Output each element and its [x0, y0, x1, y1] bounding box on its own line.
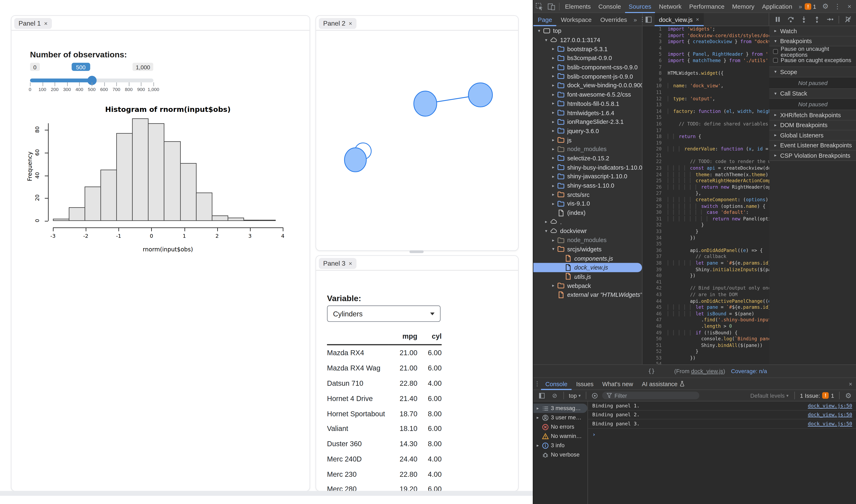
- tree-item-bootstrap-5-3-1[interactable]: ▸bootstrap-5.3.1: [534, 44, 642, 53]
- line-number[interactable]: 5: [643, 51, 668, 58]
- expander-right-icon[interactable]: ▸: [551, 65, 556, 70]
- expander-right-icon[interactable]: ▸: [536, 406, 540, 411]
- tree-item--index-[interactable]: (index): [534, 208, 642, 217]
- tab-performance[interactable]: Performance: [685, 0, 728, 13]
- more-nav-tabs-icon[interactable]: »: [631, 14, 639, 25]
- issues-counter[interactable]: 1 Issue: ! 1: [798, 392, 836, 399]
- line-number[interactable]: 50: [643, 336, 668, 342]
- tree-item--[interactable]: ▸.: [534, 217, 642, 227]
- tab-sources[interactable]: Sources: [625, 0, 655, 13]
- sidebar-section-xhr-fetch-breakpoints[interactable]: ▸XHR/fetch Breakpoints: [769, 110, 856, 120]
- expander-right-icon[interactable]: ▸: [773, 123, 778, 128]
- line-number[interactable]: 32: [643, 222, 668, 229]
- line-number[interactable]: 30: [643, 210, 668, 216]
- tab-elements[interactable]: Elements: [561, 0, 594, 13]
- close-drawer-icon[interactable]: ×: [845, 378, 856, 390]
- drawer-tab-ai-assistance[interactable]: AI assistance: [637, 378, 689, 390]
- line-number[interactable]: 15: [643, 115, 668, 121]
- sidebar-section-watch[interactable]: ▸Watch: [769, 26, 856, 36]
- sidebar-section-global-listeners[interactable]: ▸Global Listeners: [769, 130, 856, 141]
- issues-badge-icon[interactable]: !: [805, 3, 811, 10]
- tree-item-dockviewr[interactable]: ▾dockviewr: [534, 227, 642, 235]
- line-number[interactable]: 34: [643, 235, 668, 241]
- tree-item-utils-js[interactable]: utils.js: [534, 272, 642, 281]
- step-into-icon[interactable]: [798, 14, 809, 25]
- line-number[interactable]: 45: [643, 304, 668, 311]
- expander-right-icon[interactable]: ▸: [544, 219, 548, 224]
- expander-right-icon[interactable]: ▸: [773, 112, 778, 118]
- network-graph[interactable]: [316, 31, 519, 251]
- line-number[interactable]: 38: [643, 260, 668, 267]
- line-number[interactable]: 33: [643, 229, 668, 235]
- editor-tab-close-icon[interactable]: ×: [696, 16, 699, 22]
- line-number[interactable]: 10: [643, 83, 668, 90]
- source-location-link[interactable]: dock_view.js:50: [808, 412, 852, 417]
- tree-item-dock-view-js[interactable]: dock_view.js: [534, 263, 642, 272]
- expander-right-icon[interactable]: ▸: [551, 146, 556, 151]
- line-number[interactable]: 21: [643, 153, 668, 159]
- line-number[interactable]: 7: [643, 64, 668, 71]
- source-location-link[interactable]: dock_view.js:50: [808, 421, 852, 427]
- expander-right-icon[interactable]: ▸: [536, 443, 540, 448]
- tree-item-bslib-component-css-0-9-0[interactable]: ▸bslib-component-css-0.9.0: [534, 62, 642, 72]
- coverage-link[interactable]: Coverage: n/a: [731, 367, 767, 374]
- panel-2-tab[interactable]: Panel 2 ×: [319, 18, 356, 29]
- tree-item-srcts-src[interactable]: ▸srcts/src: [534, 190, 642, 199]
- panel-1-close-icon[interactable]: ×: [44, 20, 48, 27]
- context-selector[interactable]: top▾: [566, 392, 583, 399]
- tab-application[interactable]: Application: [758, 0, 796, 13]
- expander-down-icon[interactable]: ▾: [544, 229, 548, 233]
- step-over-icon[interactable]: [785, 14, 797, 25]
- line-number[interactable]: 47: [643, 317, 668, 323]
- line-number[interactable]: 20: [643, 146, 668, 153]
- tree-item-bs3compat-0-9-0[interactable]: ▸bs3compat-0.9.0: [534, 53, 642, 62]
- line-number[interactable]: 16: [643, 121, 668, 127]
- expander-down-icon[interactable]: ▾: [551, 247, 556, 252]
- expander-right-icon[interactable]: ▸: [551, 74, 556, 79]
- line-number[interactable]: 23: [643, 165, 668, 172]
- tree-item-127-0-0-1-3174[interactable]: ▾127.0.0.1:3174: [534, 35, 642, 44]
- console-sidebar-toggle-icon[interactable]: [536, 390, 547, 401]
- expander-right-icon[interactable]: ▸: [551, 119, 556, 124]
- code-editor[interactable]: 1import 'widgets';2import 'dockview-core…: [643, 26, 769, 364]
- expander-right-icon[interactable]: ▸: [773, 153, 778, 158]
- panel-3-close-icon[interactable]: ×: [349, 260, 352, 267]
- expander-right-icon[interactable]: ▸: [551, 201, 556, 206]
- drawer-overflow-icon[interactable]: ⋮: [534, 378, 541, 390]
- clear-console-icon[interactable]: ⊘: [548, 390, 561, 401]
- source-location-link[interactable]: dock_view.js:50: [808, 403, 852, 408]
- line-number[interactable]: 27: [643, 191, 668, 197]
- tree-item-selectize-0-15-2[interactable]: ▸selectize-0.15.2: [534, 154, 642, 163]
- expander-down-icon[interactable]: ▾: [773, 91, 778, 96]
- tree-item-bslib-component-js-0-9-0[interactable]: ▸bslib-component-js-0.9.0: [534, 72, 642, 81]
- line-number[interactable]: 22: [643, 159, 668, 165]
- console-prompt[interactable]: ›: [588, 429, 856, 437]
- tab-network[interactable]: Network: [655, 0, 685, 13]
- expander-right-icon[interactable]: ▸: [551, 174, 556, 179]
- line-number[interactable]: 4: [643, 45, 668, 52]
- tree-item-htmltools-fill-0-5-8-1[interactable]: ▸htmltools-fill-0.5.8.1: [534, 99, 642, 108]
- line-number[interactable]: 40: [643, 273, 668, 279]
- drawer-tab-issues[interactable]: Issues: [572, 378, 598, 390]
- expander-right-icon[interactable]: ▸: [551, 92, 556, 97]
- tree-item-external-var-htmlwidgets-[interactable]: external var "HTMLWidgets": [534, 290, 642, 299]
- line-number[interactable]: 19: [643, 140, 668, 146]
- navtab-workspace[interactable]: Workspace: [557, 13, 596, 26]
- panel-2-close-icon[interactable]: ×: [349, 20, 352, 27]
- expander-right-icon[interactable]: ▸: [551, 110, 556, 115]
- line-number[interactable]: 8: [643, 70, 668, 77]
- line-number[interactable]: 25: [643, 178, 668, 184]
- line-number[interactable]: 43: [643, 292, 668, 298]
- tab-memory[interactable]: Memory: [728, 0, 758, 13]
- tree-item-node-modules[interactable]: ▸node_modules: [534, 144, 642, 154]
- gear-icon[interactable]: ⚙: [819, 0, 832, 12]
- network-node[interactable]: [345, 148, 366, 172]
- inspect-icon[interactable]: [534, 0, 545, 12]
- console-filter-info[interactable]: ▸3 info: [534, 440, 588, 450]
- expander-right-icon[interactable]: ▸: [773, 143, 778, 148]
- sidebar-section-event-listener-breakpoints[interactable]: ▸Event Listener Breakpoints: [769, 141, 856, 151]
- tree-item-shiny-sass-1-10-0[interactable]: ▸shiny-sass-1.10.0: [534, 181, 642, 190]
- line-number[interactable]: 3: [643, 39, 668, 45]
- console-filter-error[interactable]: No errors: [534, 422, 588, 432]
- more-tabs-icon[interactable]: »: [796, 0, 805, 12]
